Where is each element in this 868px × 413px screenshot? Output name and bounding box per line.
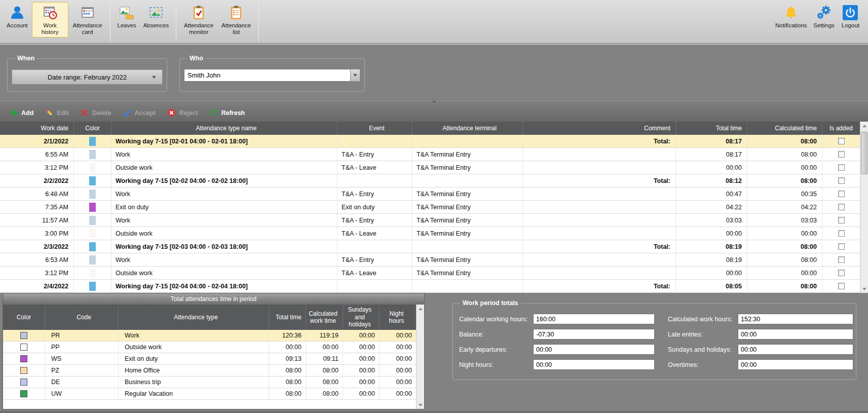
early-departures-field[interactable] <box>533 344 655 355</box>
column-header-attendance-terminal[interactable]: Attendance terminal <box>412 122 523 135</box>
add-button[interactable]: Add <box>4 106 39 120</box>
column-header-color[interactable]: Color <box>74 122 111 135</box>
summary-row[interactable]: DE Business trip 08:00 08:00 00:00 00:00 <box>3 377 416 388</box>
comment-cell <box>523 161 676 174</box>
calculated-time-cell: 08:00 <box>747 135 822 147</box>
ribbon-button-attendance-monitor[interactable]: Attendance monitor <box>180 2 217 37</box>
column-header-event[interactable]: Event <box>337 122 412 135</box>
attendance-type-cell: Work <box>111 148 337 161</box>
table-row[interactable]: 7:35 AM Exit on duty Exit on duty T&A Te… <box>0 201 860 214</box>
night-hours-field[interactable] <box>533 359 655 370</box>
calculated-time-cell: 00:00 <box>747 161 822 174</box>
ribbon-button-notifications[interactable]: Notifications <box>773 2 809 31</box>
is-added-checkbox[interactable] <box>838 217 845 223</box>
employee-dropdown-button[interactable] <box>350 69 360 82</box>
ribbon-button-attendance-list[interactable]: Attendance list <box>218 2 254 37</box>
summary-column-night-hours[interactable]: Night hours <box>380 305 416 330</box>
column-header-attendance-type-name[interactable]: Attendance type name <box>111 122 337 135</box>
is-added-checkbox[interactable] <box>838 270 845 276</box>
summary-row[interactable]: WS Exit on duty 09:13 09:11 00:00 00:00 <box>3 353 416 365</box>
total-time-cell: 08:17 <box>676 148 747 161</box>
sundays-holidays-field[interactable] <box>738 344 853 355</box>
column-header-is-added[interactable]: Is added <box>822 122 860 135</box>
table-row[interactable]: 2/4/2022 Working day 7-15 [02-04 04:00 -… <box>0 280 860 293</box>
work-period-totals-groupbox: Work period totals Calendar working hour… <box>452 303 856 380</box>
is-added-cell <box>822 280 860 292</box>
late-entries-field[interactable] <box>738 329 853 340</box>
date-range-dropdown[interactable]: Date range: February 2022 <box>12 69 163 85</box>
attendance-type-cell: Outside work <box>111 227 337 240</box>
ribbon-button-work-history[interactable]: Work history <box>32 2 68 37</box>
is-added-checkbox[interactable] <box>838 230 845 237</box>
table-row[interactable]: 3:00 PM Outside work T&A - Leave T&A Ter… <box>0 227 860 240</box>
horizontal-splitter[interactable] <box>0 99 868 103</box>
summary-column-color[interactable]: Color <box>3 305 45 330</box>
ribbon-button-logout[interactable]: Logout <box>839 2 862 31</box>
scrollbar-thumb[interactable] <box>861 132 867 174</box>
table-row[interactable]: 6:48 AM Work T&A - Entry T&A Terminal En… <box>0 187 860 201</box>
summary-row[interactable]: UW Regular Vacation 08:00 08:00 00:00 00… <box>3 388 416 400</box>
edit-button[interactable]: Edit <box>40 106 74 120</box>
color-cell <box>74 161 111 174</box>
table-row[interactable]: 2/1/2022 Working day 7-15 [02-01 04:00 -… <box>0 135 860 148</box>
ribbon-button-account[interactable]: Account <box>4 2 31 31</box>
table-row[interactable]: 3:12 PM Outside work T&A - Leave T&A Ter… <box>0 161 860 174</box>
column-header-total-time[interactable]: Total time <box>676 122 747 135</box>
work-date-cell: 2/1/2022 <box>0 135 74 147</box>
summary-column-code[interactable]: Code <box>45 305 119 330</box>
is-added-checkbox[interactable] <box>838 256 845 263</box>
ribbon-button-absences[interactable]: Absences <box>140 2 172 31</box>
employee-input[interactable] <box>184 69 350 82</box>
summary-column-attendance-type[interactable]: Attendance type <box>119 305 269 330</box>
scroll-down-button[interactable] <box>860 285 868 293</box>
is-added-checkbox[interactable] <box>838 191 845 197</box>
table-row[interactable]: 11:57 AM Work T&A - Entry T&A Terminal E… <box>0 214 860 227</box>
reject-button-label: Reject <box>179 109 198 117</box>
column-header-work-date[interactable]: Work date <box>0 122 74 135</box>
summary-vertical-scrollbar[interactable] <box>416 305 424 409</box>
calendar-working-hours-field[interactable] <box>533 314 655 324</box>
is-added-checkbox[interactable] <box>838 138 845 144</box>
scroll-up-button[interactable] <box>417 305 424 313</box>
is-added-checkbox[interactable] <box>838 164 845 171</box>
code-cell: PZ <box>45 365 119 376</box>
balance-field[interactable] <box>533 329 655 340</box>
table-row[interactable]: 2/3/2022 Working day 7-15 [02-03 04:00 -… <box>0 240 860 253</box>
table-row[interactable]: 6:53 AM Work T&A - Entry T&A Terminal En… <box>0 253 860 267</box>
scroll-down-button[interactable] <box>417 401 424 409</box>
scroll-up-button[interactable] <box>860 122 868 130</box>
table-row[interactable]: 2/2/2022 Working day 7-15 [02-02 04:00 -… <box>0 174 860 187</box>
color-cell <box>74 214 111 227</box>
is-added-checkbox[interactable] <box>838 151 845 158</box>
reject-button[interactable]: Reject <box>162 106 203 120</box>
calculated-work-hours-field[interactable] <box>738 314 853 324</box>
comment-cell <box>523 187 676 200</box>
column-header-calculated-time[interactable]: Calculated time <box>747 122 822 135</box>
work-date-cell: 6:48 AM <box>0 187 74 200</box>
column-header-comment[interactable]: Comment <box>523 122 676 135</box>
vertical-scrollbar[interactable] <box>860 122 868 293</box>
total-time-cell: 08:05 <box>676 280 747 292</box>
delete-button-label: Delete <box>92 109 111 117</box>
ribbon-button-settings[interactable]: Settings <box>810 2 838 31</box>
event-cell: Exit on duty <box>337 201 412 213</box>
delete-button[interactable]: Delete <box>75 106 117 120</box>
ribbon-button-attendance-card[interactable]: Attendance card <box>69 2 106 37</box>
is-added-checkbox[interactable] <box>838 204 845 210</box>
ribbon-button-leaves[interactable]: Leaves <box>115 2 139 31</box>
summary-column-calculated-work-time[interactable]: Calculated work time <box>306 305 343 330</box>
is-added-checkbox[interactable] <box>838 283 845 289</box>
is-added-checkbox[interactable] <box>838 243 845 250</box>
summary-row[interactable]: PR Work 120:36 119:19 00:00 00:00 <box>3 330 416 342</box>
summary-column-total-time[interactable]: Total time <box>269 305 306 330</box>
table-row[interactable]: 6:55 AM Work T&A - Entry T&A Terminal En… <box>0 148 860 161</box>
color-swatch <box>89 137 96 146</box>
refresh-button[interactable]: Refresh <box>204 106 250 120</box>
accept-button[interactable]: Accept <box>117 106 161 120</box>
overtimes-field[interactable] <box>738 359 853 370</box>
summary-row[interactable]: PP Outside work 00:00 00:00 00:00 00:00 <box>3 342 416 353</box>
summary-row[interactable]: PZ Home Office 08:00 08:00 00:00 00:00 <box>3 365 416 377</box>
table-row[interactable]: 3:12 PM Outside work T&A - Leave T&A Ter… <box>0 267 860 280</box>
summary-column-sundays-and-holidays[interactable]: Sundays and holidays <box>343 305 380 330</box>
is-added-checkbox[interactable] <box>838 177 845 184</box>
